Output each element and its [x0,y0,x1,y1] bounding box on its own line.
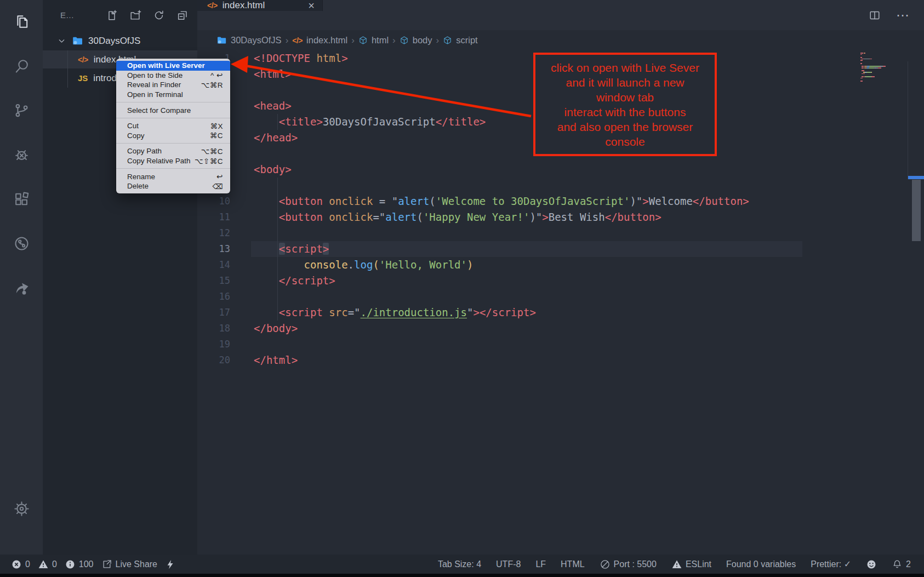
menu-separator [116,168,230,169]
minimap-line [860,72,911,73]
menu-item-copy[interactable]: Copy⌘C [116,131,230,141]
code-line: </html> [254,352,749,368]
status-item-text: 0 [25,559,30,569]
activity-item-source-control[interactable] [0,94,43,126]
menu-item-label: Delete [127,182,149,190]
menu-item-cut[interactable]: Cut⌘X [116,121,230,131]
menu-item-rename[interactable]: Rename↩ [116,172,230,181]
tab-index-html[interactable]: </>index.html× [197,0,323,11]
activity-item-search[interactable] [0,50,43,82]
minimap-line [860,66,911,67]
status-item-errors[interactable]: 0 [11,559,30,570]
minimap[interactable] [860,53,911,82]
status-item-text: Live Share [116,559,158,569]
menu-item-label: Reveal in Finder [127,81,181,89]
status-item-warnings[interactable]: 0 [38,559,57,570]
status-item-text: 2 [906,559,911,569]
status-item-text: LF [535,559,546,569]
code-line [254,178,749,193]
line-number: 13 [197,241,230,257]
line-number: 14 [197,257,230,273]
run-and-debug-icon [13,146,30,163]
breadcrumb-label: 30DaysOfJS [231,35,282,45]
status-item-text: HTML [561,559,585,569]
breadcrumb-item-30daysofjs[interactable]: 30DaysOfJS [216,35,282,45]
breadcrumb-item-body[interactable]: body [400,35,432,45]
status-item-text: 0 [52,559,57,569]
menu-item-open-with-live-server[interactable]: Open with Live Server [116,61,230,71]
status-item-info-count[interactable]: 100 [65,559,94,570]
status-item-notifications[interactable]: 2 [892,559,911,570]
status-item-text: ESLint [686,559,711,569]
breadcrumb-item-script[interactable]: script [443,35,477,45]
symbol-element-icon [358,36,368,45]
menu-separator [116,143,230,144]
menu-item-select-for-compare[interactable]: Select for Compare [116,105,230,115]
menu-item-shortcut: ⌥⌘C [201,147,223,156]
activity-item-explorer[interactable] [0,5,43,37]
status-item-language-mode[interactable]: HTML [561,559,585,569]
more-actions-icon[interactable]: ⋯ [896,9,910,22]
activity-item-settings[interactable] [0,493,43,524]
status-item-encoding[interactable]: UTF-8 [496,559,521,569]
menu-item-label: Copy Path [127,147,162,155]
status-item-tab-size[interactable]: Tab Size: 4 [438,559,481,569]
tab-bar: </>index.html× ⋯ [197,0,924,30]
settings-icon [13,500,30,517]
status-item-variables[interactable]: Found 0 variables [726,559,796,569]
status-item-text: UTF-8 [496,559,521,569]
html-file-icon: </> [78,55,88,64]
split-editor-icon[interactable] [869,9,881,21]
menu-item-shortcut: ↩ [216,172,223,181]
code-line: <button onclick = "alert('Welcome to 30D… [254,193,749,209]
status-item-eol[interactable]: LF [535,559,546,569]
line-number: 17 [197,305,230,321]
minimap-line [860,76,911,77]
status-item-prettier[interactable]: Prettier: ✓ [811,559,851,569]
activity-item-extensions[interactable] [0,183,43,215]
close-icon[interactable]: × [308,0,315,11]
smiley-icon [866,559,877,570]
activity-item-live-share[interactable] [0,272,43,304]
activity-item-run-and-debug[interactable] [0,139,43,170]
line-number: 20 [197,352,230,368]
menu-item-copy-relative-path[interactable]: Copy Relative Path⌥⇧⌘C [116,156,230,166]
scrollbar-thumb[interactable] [912,180,921,241]
git-graph-icon [13,235,30,252]
status-item-eslint[interactable]: ESLint [671,559,711,570]
menu-item-reveal-in-finder[interactable]: Reveal in Finder⌥⌘R [116,80,230,90]
activity-bar [0,0,43,555]
line-number: 11 [197,209,230,225]
minimap-line [860,67,911,68]
status-item-text: Prettier: ✓ [811,559,851,569]
breadcrumb-item-html[interactable]: html [358,35,389,45]
info-icon [65,559,76,570]
status-item-live-share[interactable]: Live Share [101,559,158,570]
line-number: 15 [197,273,230,289]
line-number: 10 [197,193,230,209]
tree-item-root-folder[interactable]: 30DaysOfJS [43,32,197,50]
activity-item-git-graph[interactable] [0,227,43,259]
flash-icon [165,559,176,570]
menu-item-shortcut: ⌥⇧⌘C [195,157,223,165]
code-line: <button onclick="alert('Happy New Year!'… [254,209,749,225]
status-item-port[interactable]: Port : 5500 [600,559,657,570]
symbol-element-icon [400,36,409,45]
menu-item-delete[interactable]: Delete⌫ [116,181,230,191]
extensions-icon [13,191,30,208]
chevron-down-icon [57,36,66,45]
breadcrumb-separator: › [351,35,355,46]
live-share-icon [13,279,30,296]
menu-item-open-to-the-side[interactable]: Open to the Side^ ↩ [116,71,230,81]
status-item-feedback[interactable] [866,559,877,570]
indent-guide [67,50,68,88]
minimap-line [860,61,911,62]
source-control-icon [13,102,30,119]
status-item-flash[interactable] [165,559,176,570]
code-line: </script> [254,273,749,289]
breadcrumb-item-index-html[interactable]: </>index.html [292,35,347,45]
code-line [254,289,749,305]
menu-item-copy-path[interactable]: Copy Path⌥⌘C [116,146,230,156]
line-number: 12 [197,225,230,241]
menu-item-open-in-terminal[interactable]: Open in Terminal [116,90,230,100]
